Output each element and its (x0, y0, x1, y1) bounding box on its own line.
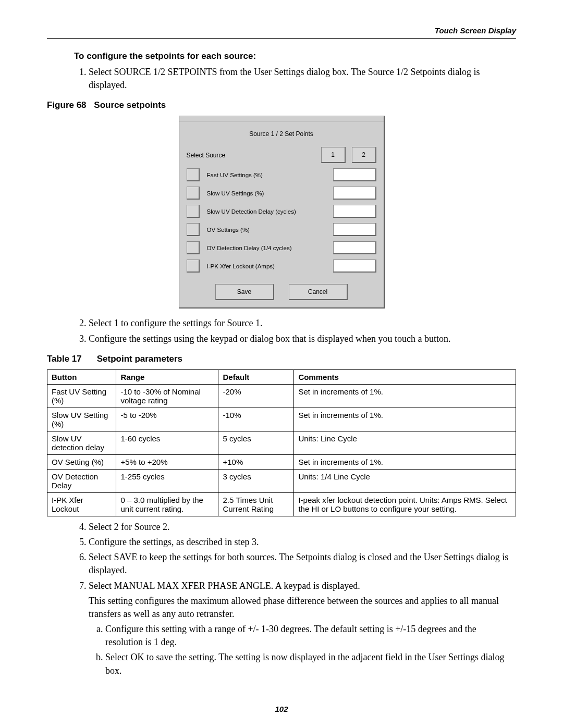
td: 1-255 cycles (116, 469, 218, 492)
table-row: Fast UV Setting (%) -10 to -30% of Nomin… (47, 384, 516, 408)
td: 0 – 3.0 multiplied by the unit current r… (116, 492, 218, 516)
step-list-bottom: Select 2 for Source 2. Configure the set… (74, 521, 516, 677)
field-label-slow-uv: Slow UV Settings (%) (207, 190, 333, 196)
figure-number: Figure 68 (47, 100, 87, 110)
page-header-right: Touch Screen Display (47, 26, 516, 39)
td: -10 to -30% of Nominal voltage rating (116, 384, 218, 408)
field-indicator (187, 223, 200, 236)
step-5: Configure the settings, as described in … (89, 536, 516, 549)
td: +10% (218, 454, 294, 469)
td: -5 to -20% (116, 408, 218, 431)
td: I-PK Xfer Lockout (47, 492, 116, 516)
th-comments: Comments (294, 369, 516, 384)
field-indicator (187, 168, 200, 181)
table-row: Slow UV detection delay 1-60 cycles 5 cy… (47, 431, 516, 454)
source-2-button[interactable]: 2 (352, 147, 376, 163)
field-indicator (187, 260, 200, 273)
dialog-title: Source 1 / 2 Set Points (187, 130, 376, 138)
td: Slow UV detection delay (47, 431, 116, 454)
step-list-top: Select SOURCE 1/2 SETPOINTS from the Use… (74, 66, 516, 92)
td: 1-60 cycles (116, 431, 218, 454)
select-source-label: Select Source (187, 152, 315, 159)
td: I-peak xfer lockout detection point. Uni… (294, 492, 516, 516)
td: Slow UV Setting (%) (47, 408, 116, 431)
table-row: I-PK Xfer Lockout 0 – 3.0 multiplied by … (47, 492, 516, 516)
setpoint-parameters-table: Button Range Default Comments Fast UV Se… (47, 369, 516, 516)
step-7-text: Select MANUAL MAX XFER PHASE ANGLE. A ke… (89, 581, 360, 591)
figure-caption: Figure 68 Source setpoints (47, 100, 516, 110)
td: OV Detection Delay (47, 469, 116, 492)
field-label-ov: OV Settings (%) (207, 227, 333, 233)
field-indicator (187, 241, 200, 254)
td: Set in increments of 1%. (294, 454, 516, 469)
field-label-ov-delay: OV Detection Delay (1/4 cycles) (207, 245, 333, 251)
td: -10% (218, 408, 294, 431)
td: OV Setting (%) (47, 454, 116, 469)
table-row: OV Detection Delay 1-255 cycles 3 cycles… (47, 469, 516, 492)
field-label-ipk: I-PK Xfer Lockout (Amps) (207, 263, 333, 269)
step-2: Select 1 to configure the settings for S… (89, 317, 516, 330)
figure-dialog-wrap: Source 1 / 2 Set Points Select Source 1 … (47, 116, 516, 309)
td: 2.5 Times Unit Current Rating (218, 492, 294, 516)
step-7: Select MANUAL MAX XFER PHASE ANGLE. A ke… (89, 579, 516, 677)
th-range: Range (116, 369, 218, 384)
save-button[interactable]: Save (215, 284, 274, 300)
td: Units: 1/4 Line Cycle (294, 469, 516, 492)
td: Set in increments of 1%. (294, 384, 516, 408)
field-label-slow-uv-delay: Slow UV Detection Delay (cycles) (207, 208, 333, 215)
td: Set in increments of 1%. (294, 408, 516, 431)
source-1-button[interactable]: 1 (321, 147, 346, 163)
table-caption: Table 17 Setpoint parameters (47, 354, 516, 364)
table-number: Table 17 (47, 354, 82, 364)
field-input-ipk[interactable] (333, 260, 376, 273)
table-row: Slow UV Setting (%) -5 to -20% -10% Set … (47, 408, 516, 431)
step-7b: Select OK to save the setting. The setti… (105, 651, 516, 677)
step-7-para: This setting configures the maximum allo… (89, 595, 516, 621)
section-heading-configure: To configure the setpoints for each sour… (74, 51, 516, 61)
step-4: Select 2 for Source 2. (89, 521, 516, 534)
step-6: Select SAVE to keep the settings for bot… (89, 551, 516, 577)
field-input-fast-uv[interactable] (333, 168, 376, 181)
field-input-slow-uv[interactable] (333, 187, 376, 200)
table-row: OV Setting (%) +5% to +20% +10% Set in i… (47, 454, 516, 469)
field-input-ov-delay[interactable] (333, 241, 376, 254)
cancel-button[interactable]: Cancel (289, 284, 348, 300)
dialog-title-bar (179, 116, 384, 122)
field-indicator (187, 205, 200, 218)
td: -20% (218, 384, 294, 408)
figure-title: Source setpoints (94, 100, 166, 110)
setpoints-dialog: Source 1 / 2 Set Points Select Source 1 … (179, 116, 385, 309)
step-7a: Configure this setting with a range of +… (105, 623, 516, 649)
step-1: Select SOURCE 1/2 SETPOINTS from the Use… (89, 66, 516, 92)
th-default: Default (218, 369, 294, 384)
table-header-row: Button Range Default Comments (47, 369, 516, 384)
step-list-mid: Select 1 to configure the settings for S… (74, 317, 516, 345)
td: 5 cycles (218, 431, 294, 454)
field-indicator (187, 187, 200, 200)
field-input-ov[interactable] (333, 223, 376, 236)
td: Units: Line Cycle (294, 431, 516, 454)
step-7-sublist: Configure this setting with a range of +… (89, 623, 516, 677)
table-title: Setpoint parameters (97, 354, 182, 364)
td: 3 cycles (218, 469, 294, 492)
field-input-slow-uv-delay[interactable] (333, 205, 376, 218)
page-number: 102 (0, 705, 563, 713)
step-3: Configure the settings using the keypad … (89, 332, 516, 346)
td: +5% to +20% (116, 454, 218, 469)
td: Fast UV Setting (%) (47, 384, 116, 408)
th-button: Button (47, 369, 116, 384)
field-label-fast-uv: Fast UV Settings (%) (207, 172, 333, 178)
